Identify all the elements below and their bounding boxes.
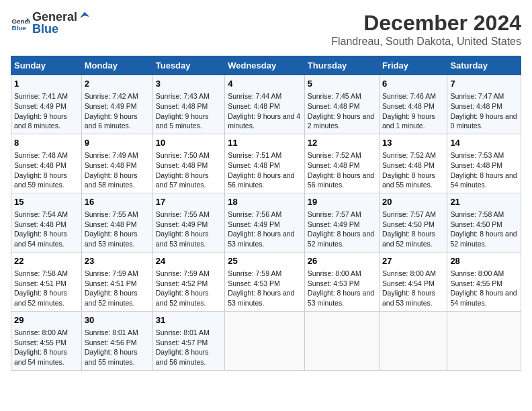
calendar-cell: 24 Sunrise: 7:59 AMSunset: 4:52 PMDaylig… (152, 252, 224, 311)
cell-content: Sunrise: 8:01 AMSunset: 4:56 PMDaylight:… (85, 328, 150, 367)
calendar-cell: 6 Sunrise: 7:46 AMSunset: 4:48 PMDayligh… (380, 75, 447, 134)
calendar-cell: 3 Sunrise: 7:43 AMSunset: 4:48 PMDayligh… (152, 75, 224, 134)
calendar-cell: 8 Sunrise: 7:48 AMSunset: 4:48 PMDayligh… (11, 134, 82, 193)
day-number: 26 (308, 255, 376, 267)
day-number: 4 (228, 78, 302, 90)
calendar-week-row: 8 Sunrise: 7:48 AMSunset: 4:48 PMDayligh… (11, 134, 521, 193)
day-number: 7 (450, 78, 518, 90)
calendar-cell: 14 Sunrise: 7:53 AMSunset: 4:48 PMDaylig… (447, 134, 521, 193)
cell-content: Sunrise: 8:00 AMSunset: 4:54 PMDaylight:… (382, 269, 444, 308)
cell-content: Sunrise: 7:44 AMSunset: 4:48 PMDaylight:… (228, 91, 302, 131)
header-monday: Monday (81, 56, 152, 75)
cell-content: Sunrise: 7:59 AMSunset: 4:51 PMDaylight:… (85, 269, 150, 308)
calendar-cell: 16 Sunrise: 7:55 AMSunset: 4:48 PMDaylig… (81, 193, 152, 252)
day-number: 14 (450, 137, 518, 149)
calendar-cell (380, 311, 447, 370)
cell-content: Sunrise: 7:57 AMSunset: 4:50 PMDaylight:… (382, 210, 444, 249)
cell-content: Sunrise: 7:52 AMSunset: 4:48 PMDaylight:… (382, 150, 444, 190)
cell-content: Sunrise: 8:00 AMSunset: 4:55 PMDaylight:… (14, 328, 79, 367)
page-title: December 2024 (331, 11, 521, 36)
calendar-cell: 12 Sunrise: 7:52 AMSunset: 4:48 PMDaylig… (304, 134, 379, 193)
calendar-cell: 29 Sunrise: 8:00 AMSunset: 4:55 PMDaylig… (11, 311, 82, 370)
day-number: 29 (14, 314, 79, 326)
day-number: 9 (85, 137, 150, 149)
calendar-cell: 27 Sunrise: 8:00 AMSunset: 4:54 PMDaylig… (380, 252, 447, 311)
day-number: 8 (14, 137, 79, 149)
calendar-cell: 31 Sunrise: 8:01 AMSunset: 4:57 PMDaylig… (152, 311, 224, 370)
day-number: 12 (308, 137, 376, 149)
cell-content: Sunrise: 7:56 AMSunset: 4:49 PMDaylight:… (228, 210, 302, 249)
calendar-cell: 20 Sunrise: 7:57 AMSunset: 4:50 PMDaylig… (380, 193, 447, 252)
cell-content: Sunrise: 8:00 AMSunset: 4:55 PMDaylight:… (450, 269, 518, 308)
day-number: 11 (228, 137, 302, 149)
day-number: 24 (156, 255, 222, 267)
cell-content: Sunrise: 7:45 AMSunset: 4:48 PMDaylight:… (308, 91, 376, 131)
calendar-cell: 19 Sunrise: 7:57 AMSunset: 4:49 PMDaylig… (304, 193, 379, 252)
cell-content: Sunrise: 7:52 AMSunset: 4:48 PMDaylight:… (308, 150, 376, 190)
day-number: 10 (156, 137, 222, 149)
day-number: 2 (85, 78, 150, 90)
calendar-cell: 22 Sunrise: 7:58 AMSunset: 4:51 PMDaylig… (11, 252, 82, 311)
day-number: 18 (228, 196, 302, 208)
calendar-cell: 11 Sunrise: 7:51 AMSunset: 4:48 PMDaylig… (225, 134, 305, 193)
page-header: General Blue General Blue December 2024 … (11, 11, 521, 48)
day-number: 30 (85, 314, 150, 326)
calendar-cell: 21 Sunrise: 7:58 AMSunset: 4:50 PMDaylig… (447, 193, 521, 252)
day-number: 21 (450, 196, 518, 208)
day-number: 17 (156, 196, 222, 208)
logo-general: General (32, 11, 77, 23)
calendar-table: SundayMondayTuesdayWednesdayThursdayFrid… (11, 56, 521, 371)
svg-marker-3 (80, 12, 89, 18)
day-number: 5 (308, 78, 376, 90)
cell-content: Sunrise: 7:59 AMSunset: 4:53 PMDaylight:… (228, 269, 302, 308)
cell-content: Sunrise: 7:48 AMSunset: 4:48 PMDaylight:… (14, 150, 79, 190)
day-number: 19 (308, 196, 376, 208)
calendar-cell: 30 Sunrise: 8:01 AMSunset: 4:56 PMDaylig… (81, 311, 152, 370)
header-tuesday: Tuesday (152, 56, 224, 75)
cell-content: Sunrise: 7:50 AMSunset: 4:48 PMDaylight:… (156, 150, 222, 190)
cell-content: Sunrise: 7:59 AMSunset: 4:52 PMDaylight:… (156, 269, 222, 308)
day-number: 3 (156, 78, 222, 90)
logo: General Blue General Blue (11, 11, 91, 36)
cell-content: Sunrise: 7:55 AMSunset: 4:49 PMDaylight:… (156, 210, 222, 249)
cell-content: Sunrise: 7:57 AMSunset: 4:49 PMDaylight:… (308, 210, 376, 249)
day-number: 27 (382, 255, 444, 267)
svg-text:Blue: Blue (11, 24, 26, 31)
day-number: 22 (14, 255, 79, 267)
day-number: 28 (450, 255, 518, 267)
day-number: 23 (85, 255, 150, 267)
cell-content: Sunrise: 8:00 AMSunset: 4:53 PMDaylight:… (308, 269, 376, 308)
day-number: 25 (228, 255, 302, 267)
day-number: 16 (85, 196, 150, 208)
calendar-cell (304, 311, 379, 370)
calendar-cell: 28 Sunrise: 8:00 AMSunset: 4:55 PMDaylig… (447, 252, 521, 311)
calendar-cell: 26 Sunrise: 8:00 AMSunset: 4:53 PMDaylig… (304, 252, 379, 311)
cell-content: Sunrise: 7:47 AMSunset: 4:48 PMDaylight:… (450, 91, 518, 131)
cell-content: Sunrise: 7:58 AMSunset: 4:51 PMDaylight:… (14, 269, 79, 308)
logo-blue: Blue (32, 22, 58, 36)
cell-content: Sunrise: 7:43 AMSunset: 4:48 PMDaylight:… (156, 91, 222, 131)
calendar-cell: 9 Sunrise: 7:49 AMSunset: 4:48 PMDayligh… (81, 134, 152, 193)
header-wednesday: Wednesday (225, 56, 305, 75)
cell-content: Sunrise: 7:53 AMSunset: 4:48 PMDaylight:… (450, 150, 518, 190)
title-block: December 2024 Flandreau, South Dakota, U… (331, 11, 521, 48)
cell-content: Sunrise: 7:46 AMSunset: 4:48 PMDaylight:… (382, 91, 444, 131)
header-sunday: Sunday (11, 56, 82, 75)
calendar-header-row: SundayMondayTuesdayWednesdayThursdayFrid… (11, 56, 521, 75)
logo-icon: General Blue (11, 14, 30, 33)
cell-content: Sunrise: 7:51 AMSunset: 4:48 PMDaylight:… (228, 150, 302, 190)
calendar-week-row: 29 Sunrise: 8:00 AMSunset: 4:55 PMDaylig… (11, 311, 521, 370)
cell-content: Sunrise: 7:58 AMSunset: 4:50 PMDaylight:… (450, 210, 518, 249)
calendar-cell (225, 311, 305, 370)
calendar-cell: 13 Sunrise: 7:52 AMSunset: 4:48 PMDaylig… (380, 134, 447, 193)
calendar-cell: 2 Sunrise: 7:42 AMSunset: 4:49 PMDayligh… (81, 75, 152, 134)
header-friday: Friday (380, 56, 447, 75)
calendar-cell (447, 311, 521, 370)
calendar-week-row: 22 Sunrise: 7:58 AMSunset: 4:51 PMDaylig… (11, 252, 521, 311)
calendar-cell: 25 Sunrise: 7:59 AMSunset: 4:53 PMDaylig… (225, 252, 305, 311)
day-number: 15 (14, 196, 79, 208)
day-number: 13 (382, 137, 444, 149)
calendar-week-row: 1 Sunrise: 7:41 AMSunset: 4:49 PMDayligh… (11, 75, 521, 134)
header-saturday: Saturday (447, 56, 521, 75)
calendar-cell: 1 Sunrise: 7:41 AMSunset: 4:49 PMDayligh… (11, 75, 82, 134)
